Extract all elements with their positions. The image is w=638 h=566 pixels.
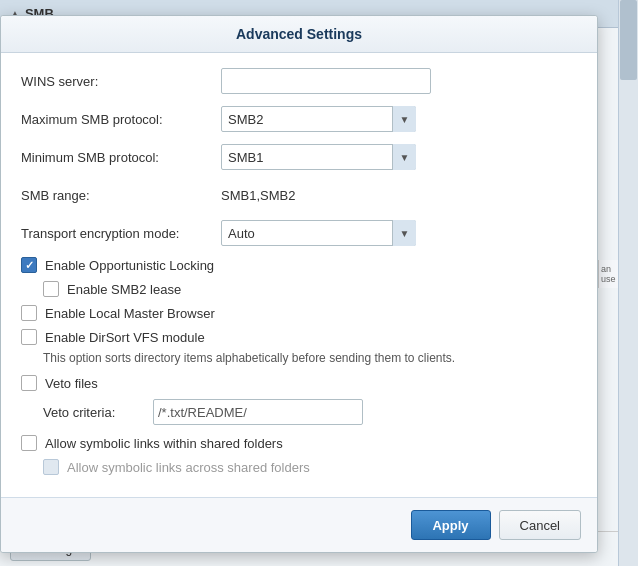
scrollbar[interactable] [618, 0, 638, 566]
min-smb-control: SMB1 SMB2 SMB3 ▼ [221, 144, 577, 170]
advanced-settings-dialog: Advanced Settings WINS server: Maximum S… [0, 15, 598, 553]
smb-range-label: SMB range: [21, 188, 221, 203]
veto-criteria-row: Veto criteria: [21, 399, 577, 425]
veto-files-row: Veto files [21, 375, 577, 391]
smb-range-value: SMB1,SMB2 [221, 188, 295, 203]
dirsort-label: Enable DirSort VFS module [45, 330, 205, 345]
veto-files-label: Veto files [45, 376, 98, 391]
transport-select[interactable]: Auto Disabled Enabled Required [221, 220, 416, 246]
wins-server-label: WINS server: [21, 74, 221, 89]
veto-files-checkbox[interactable] [21, 375, 37, 391]
smb2-lease-label: Enable SMB2 lease [67, 282, 181, 297]
cancel-button[interactable]: Cancel [499, 510, 581, 540]
max-smb-select-wrapper: SMB2 SMB1 SMB3 ▼ [221, 106, 416, 132]
max-smb-row: Maximum SMB protocol: SMB2 SMB1 SMB3 ▼ [21, 105, 577, 133]
dialog-title: Advanced Settings [236, 26, 362, 42]
veto-criteria-input[interactable] [153, 399, 363, 425]
dirsort-checkbox[interactable] [21, 329, 37, 345]
symbolic-links-row: Allow symbolic links within shared folde… [21, 435, 577, 451]
wins-server-control [221, 68, 577, 94]
smb2-lease-row: Enable SMB2 lease [21, 281, 577, 297]
transport-select-wrapper: Auto Disabled Enabled Required ▼ [221, 220, 416, 246]
symbolic-links-across-label: Allow symbolic links across shared folde… [67, 460, 310, 475]
wins-server-input[interactable] [221, 68, 431, 94]
transport-label: Transport encryption mode: [21, 226, 221, 241]
smb-range-row: SMB range: SMB1,SMB2 [21, 181, 577, 209]
symbolic-links-across-checkbox [43, 459, 59, 475]
symbolic-links-label: Allow symbolic links within shared folde… [45, 436, 283, 451]
smb-range-value-container: SMB1,SMB2 [221, 188, 577, 203]
opportunistic-row: Enable Opportunistic Locking [21, 257, 577, 273]
dialog-body: WINS server: Maximum SMB protocol: SMB2 … [1, 53, 597, 497]
max-smb-control: SMB2 SMB1 SMB3 ▼ [221, 106, 577, 132]
veto-criteria-label: Veto criteria: [43, 405, 153, 420]
min-smb-select-wrapper: SMB1 SMB2 SMB3 ▼ [221, 144, 416, 170]
dialog-header: Advanced Settings [1, 16, 597, 53]
dialog-footer: Apply Cancel [1, 497, 597, 552]
side-panel-partial: an use [598, 260, 618, 288]
symbolic-links-across-row: Allow symbolic links across shared folde… [21, 459, 577, 475]
min-smb-label: Minimum SMB protocol: [21, 150, 221, 165]
transport-control: Auto Disabled Enabled Required ▼ [221, 220, 577, 246]
dirsort-description: This option sorts directory items alphab… [21, 351, 577, 365]
opportunistic-label: Enable Opportunistic Locking [45, 258, 214, 273]
max-smb-select[interactable]: SMB2 SMB1 SMB3 [221, 106, 416, 132]
local-master-row: Enable Local Master Browser [21, 305, 577, 321]
apply-button[interactable]: Apply [411, 510, 491, 540]
scrollbar-thumb[interactable] [620, 0, 637, 80]
min-smb-row: Minimum SMB protocol: SMB1 SMB2 SMB3 ▼ [21, 143, 577, 171]
smb2-lease-checkbox[interactable] [43, 281, 59, 297]
symbolic-links-checkbox[interactable] [21, 435, 37, 451]
transport-row: Transport encryption mode: Auto Disabled… [21, 219, 577, 247]
max-smb-label: Maximum SMB protocol: [21, 112, 221, 127]
opportunistic-checkbox[interactable] [21, 257, 37, 273]
wins-server-row: WINS server: [21, 67, 577, 95]
local-master-label: Enable Local Master Browser [45, 306, 215, 321]
local-master-checkbox[interactable] [21, 305, 37, 321]
dirsort-row: Enable DirSort VFS module [21, 329, 577, 345]
min-smb-select[interactable]: SMB1 SMB2 SMB3 [221, 144, 416, 170]
